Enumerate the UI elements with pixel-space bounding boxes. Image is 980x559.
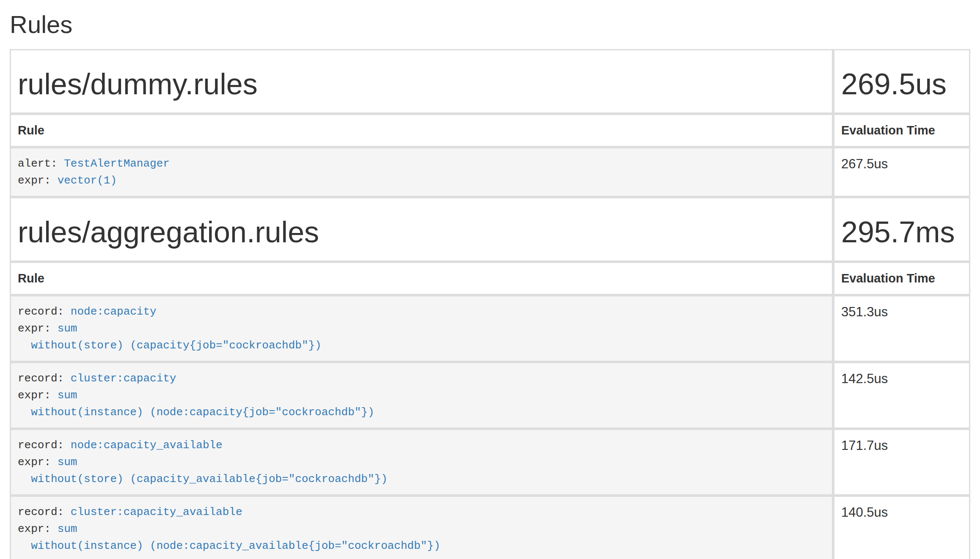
column-header-row: Rule Evaluation Time bbox=[10, 262, 970, 295]
evaluation-time-column-header-label: Evaluation Time bbox=[841, 271, 935, 285]
rule-row: record: cluster:capacity_available expr:… bbox=[10, 496, 970, 559]
group-eval-time-cell: 269.5us bbox=[833, 49, 970, 114]
rule-code: record: node:capacity_available expr: su… bbox=[11, 430, 832, 494]
rule-eval-time: 142.5us bbox=[833, 362, 970, 429]
page-title: Rules bbox=[10, 11, 970, 38]
rule-definition-cell: record: cluster:capacity expr: sum witho… bbox=[10, 362, 833, 429]
rule-column-header: Rule bbox=[10, 262, 833, 295]
rule-keyword: record: bbox=[18, 305, 64, 318]
group-eval-time: 269.5us bbox=[841, 68, 962, 101]
rule-name-link[interactable]: node:capacity_available bbox=[71, 439, 223, 452]
rule-column-header-label: Rule bbox=[18, 123, 44, 137]
group-file-cell: rules/aggregation.rules bbox=[10, 197, 833, 262]
rule-expr-link[interactable]: sum without(instance) (node:capacity_ava… bbox=[18, 523, 440, 552]
group-eval-time-cell: 295.7ms bbox=[833, 197, 970, 262]
rule-eval-time: 267.5us bbox=[833, 147, 970, 197]
rule-expr-link[interactable]: sum without(store) (capacity_available{j… bbox=[18, 456, 388, 485]
rule-eval-time: 140.5us bbox=[833, 496, 970, 559]
column-header-row: Rule Evaluation Time bbox=[10, 114, 970, 147]
rule-expr-link[interactable]: sum without(instance) (node:capacity{job… bbox=[18, 389, 374, 419]
expr-keyword: expr: bbox=[18, 322, 51, 335]
rule-code: record: node:capacity expr: sum without(… bbox=[11, 296, 832, 361]
expr-keyword: expr: bbox=[18, 389, 51, 402]
rule-code: record: cluster:capacity expr: sum witho… bbox=[11, 363, 832, 427]
rule-keyword: record: bbox=[18, 372, 64, 385]
rule-definition-cell: record: cluster:capacity_available expr:… bbox=[10, 496, 833, 559]
rule-name-link[interactable]: cluster:capacity_available bbox=[71, 506, 242, 518]
group-header-row: rules/aggregation.rules 295.7ms bbox=[10, 197, 970, 262]
rule-code: alert: TestAlertManager expr: vector(1) bbox=[11, 148, 832, 196]
rule-column-header-label: Rule bbox=[18, 271, 44, 285]
expr-keyword: expr: bbox=[18, 456, 51, 469]
rule-expr-link[interactable]: vector(1) bbox=[58, 174, 117, 187]
rule-column-header: Rule bbox=[10, 114, 833, 147]
rule-eval-time: 171.7us bbox=[833, 429, 970, 496]
rule-row: alert: TestAlertManager expr: vector(1) … bbox=[10, 147, 970, 197]
rule-eval-time: 351.3us bbox=[833, 295, 970, 362]
rule-row: record: cluster:capacity expr: sum witho… bbox=[10, 362, 970, 429]
evaluation-time-column-header-label: Evaluation Time bbox=[841, 123, 935, 137]
rule-name-link[interactable]: cluster:capacity bbox=[71, 372, 176, 385]
rule-row: record: node:capacity expr: sum without(… bbox=[10, 295, 970, 362]
rule-keyword: alert: bbox=[18, 157, 58, 170]
rule-expr-link[interactable]: sum without(store) (capacity{job="cockro… bbox=[18, 322, 322, 352]
group-file-name: rules/aggregation.rules bbox=[18, 216, 825, 249]
rule-name-link[interactable]: node:capacity bbox=[71, 305, 157, 318]
group-file-name: rules/dummy.rules bbox=[18, 68, 825, 101]
evaluation-time-column-header: Evaluation Time bbox=[833, 262, 970, 295]
rule-keyword: record: bbox=[18, 506, 64, 518]
rule-definition-cell: alert: TestAlertManager expr: vector(1) bbox=[10, 147, 833, 197]
rule-code: record: cluster:capacity_available expr:… bbox=[11, 497, 832, 559]
group-eval-time: 295.7ms bbox=[841, 216, 962, 249]
rule-keyword: record: bbox=[18, 439, 64, 452]
evaluation-time-column-header: Evaluation Time bbox=[833, 114, 970, 147]
group-header-row: rules/dummy.rules 269.5us bbox=[10, 49, 970, 114]
expr-keyword: expr: bbox=[18, 174, 51, 187]
rule-definition-cell: record: node:capacity expr: sum without(… bbox=[10, 295, 833, 362]
expr-keyword: expr: bbox=[18, 523, 51, 535]
rules-table: rules/dummy.rules 269.5us Rule Evaluatio… bbox=[10, 49, 970, 559]
rule-definition-cell: record: node:capacity_available expr: su… bbox=[10, 429, 833, 496]
group-file-cell: rules/dummy.rules bbox=[10, 49, 833, 114]
rule-name-link[interactable]: TestAlertManager bbox=[64, 157, 170, 170]
rule-row: record: node:capacity_available expr: su… bbox=[10, 429, 970, 496]
